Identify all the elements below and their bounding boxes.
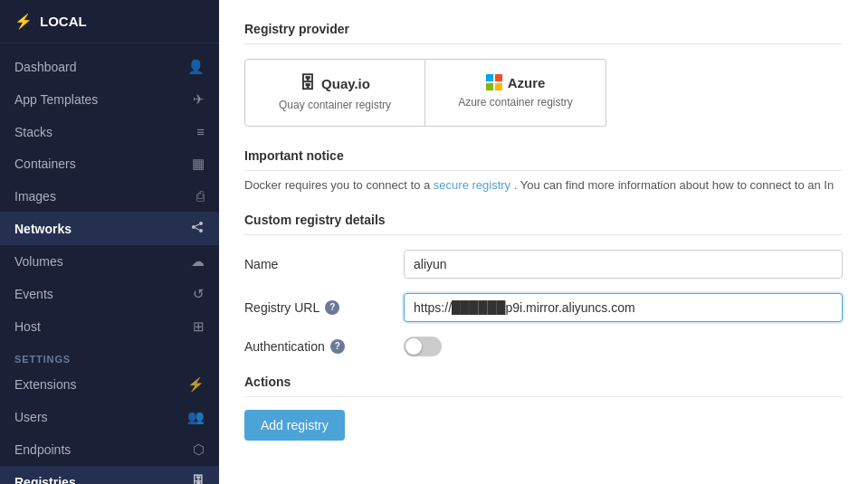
containers-icon: ▦ [192, 156, 205, 172]
logo-icon: ⚡ [14, 13, 33, 30]
svg-line-3 [196, 224, 199, 226]
quay-icon: 🗄 [300, 74, 316, 93]
actions-title: Actions [244, 375, 843, 397]
url-label: Registry URL ? [244, 300, 389, 315]
extensions-icon: ⚡ [187, 376, 205, 393]
registry-card-quay[interactable]: 🗄 Quay.io Quay container registry [244, 59, 425, 127]
auth-row: Authentication ? [244, 337, 843, 356]
important-notice: Important notice Docker requires you to … [244, 148, 843, 195]
main-content: Registry provider 🗄 Quay.io Quay contain… [219, 0, 868, 484]
azure-card-desc: Azure container registry [458, 96, 573, 109]
sidebar-item-containers[interactable]: Containers ▦ [0, 147, 219, 180]
sidebar-item-events[interactable]: Events ↺ [0, 278, 219, 310]
actions-section: Actions Add registry [244, 375, 843, 441]
sidebar-item-images[interactable]: Images ⎙ [0, 180, 219, 212]
quay-card-name: 🗄 Quay.io [300, 74, 370, 93]
name-input[interactable] [404, 250, 843, 279]
quay-card-desc: Quay container registry [279, 99, 391, 111]
svg-point-0 [192, 225, 196, 229]
notice-body: Docker requires you to connect to a secu… [244, 176, 843, 195]
custom-registry-title: Custom registry details [244, 213, 843, 235]
stacks-icon: ≡ [196, 124, 205, 139]
registry-provider-title: Registry provider [244, 22, 843, 44]
sidebar-logo: ⚡ LOCAL [0, 0, 219, 43]
name-row: Name [244, 250, 843, 279]
registry-provider-cards: 🗄 Quay.io Quay container registry Azure … [244, 59, 843, 127]
custom-registry-details: Custom registry details Name Registry UR… [244, 213, 843, 356]
users-icon: 👥 [187, 409, 205, 425]
add-registry-button[interactable]: Add registry [244, 410, 345, 441]
host-icon: ⊞ [193, 318, 205, 335]
settings-section-title: SETTINGS [0, 343, 219, 368]
dashboard-icon: 👤 [187, 59, 205, 75]
notice-title: Important notice [244, 148, 843, 171]
sidebar-item-registries[interactable]: Registries 🗄 [0, 466, 219, 484]
events-icon: ↺ [193, 286, 205, 302]
auth-toggle[interactable] [404, 337, 442, 356]
url-help-icon[interactable]: ? [325, 300, 339, 315]
networks-icon [190, 220, 205, 237]
azure-icon [486, 74, 502, 90]
sidebar: ⚡ LOCAL Dashboard 👤 App Templates ✈ Stac… [0, 0, 219, 484]
logo-text: LOCAL [40, 14, 87, 29]
sidebar-item-endpoints[interactable]: Endpoints ⬡ [0, 433, 219, 466]
sidebar-item-app-templates[interactable]: App Templates ✈ [0, 83, 219, 116]
sidebar-item-extensions[interactable]: Extensions ⚡ [0, 368, 219, 401]
svg-line-4 [196, 228, 199, 230]
app-templates-icon: ✈ [193, 91, 205, 108]
sidebar-item-host[interactable]: Host ⊞ [0, 310, 219, 343]
sidebar-item-networks[interactable]: Networks [0, 212, 219, 245]
images-icon: ⎙ [196, 188, 205, 204]
secure-registry-link[interactable]: secure registry [434, 178, 510, 192]
svg-point-1 [199, 222, 203, 225]
sidebar-nav: Dashboard 👤 App Templates ✈ Stacks ≡ Con… [0, 43, 219, 484]
auth-help-icon[interactable]: ? [330, 339, 345, 354]
sidebar-item-stacks[interactable]: Stacks ≡ [0, 116, 219, 147]
endpoints-icon: ⬡ [193, 441, 205, 458]
auth-label: Authentication ? [244, 339, 389, 354]
svg-point-2 [199, 229, 203, 233]
name-label: Name [244, 257, 389, 271]
registry-card-azure[interactable]: Azure Azure container registry [425, 59, 606, 127]
url-row: Registry URL ? [244, 293, 843, 322]
sidebar-item-volumes[interactable]: Volumes ☁ [0, 245, 219, 278]
volumes-icon: ☁ [191, 253, 205, 270]
url-input[interactable] [404, 293, 843, 322]
registries-icon: 🗄 [191, 474, 205, 484]
toggle-knob [405, 338, 422, 355]
azure-card-name: Azure [486, 74, 546, 90]
sidebar-item-users[interactable]: Users 👥 [0, 401, 219, 433]
sidebar-item-dashboard[interactable]: Dashboard 👤 [0, 51, 219, 83]
